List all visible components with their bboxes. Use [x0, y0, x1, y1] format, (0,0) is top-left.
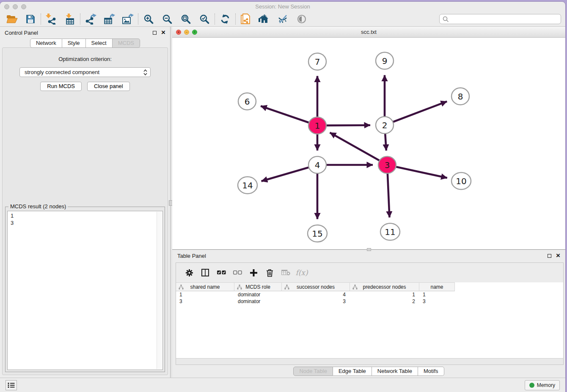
export-network-button[interactable]: [81, 13, 100, 25]
mcds-result-area[interactable]: 1 3: [7, 211, 163, 370]
column-header-successor-nodes[interactable]: successor nodes: [282, 282, 350, 291]
tab-node-table[interactable]: Node Table: [293, 367, 333, 376]
close-window-icon[interactable]: [4, 4, 9, 9]
cell-shared-name[interactable]: 3: [176, 298, 234, 305]
table-row[interactable]: 3 dominator 3 2 3: [176, 298, 563, 305]
run-mcds-button[interactable]: Run MCDS: [40, 82, 82, 91]
mcds-result-title: MCDS result (2 nodes): [8, 203, 68, 210]
graph-node-label-11: 11: [385, 227, 395, 237]
open-file-button[interactable]: [3, 13, 21, 25]
search-input[interactable]: [449, 15, 561, 23]
optimization-criterion-label: Optimization criterion:: [3, 56, 168, 62]
network-minimize-icon[interactable]: −: [184, 30, 189, 35]
network-canvas[interactable]: 1234678910111415: [172, 38, 565, 249]
toolbar-separator: [41, 14, 41, 25]
select-all-button[interactable]: [213, 266, 229, 279]
clone-network-button[interactable]: [237, 13, 255, 25]
tab-mcds[interactable]: MCDS: [113, 39, 140, 48]
cell-predecessor-nodes[interactable]: 2: [350, 298, 419, 305]
float-table-panel-icon[interactable]: [548, 254, 551, 258]
cell-name[interactable]: 3: [419, 298, 455, 305]
tab-style[interactable]: Style: [62, 39, 86, 48]
table-row[interactable]: 1 dominator 4 1 1: [176, 291, 563, 298]
float-panel-icon[interactable]: [153, 31, 157, 35]
add-column-button[interactable]: [245, 266, 261, 279]
close-table-panel-icon[interactable]: ×: [556, 253, 560, 259]
graph-edge-2-8[interactable]: [385, 102, 447, 125]
cell-predecessor-nodes[interactable]: 1: [350, 291, 419, 298]
deselect-all-button[interactable]: [229, 266, 245, 279]
refresh-view-button[interactable]: [216, 13, 234, 25]
split-panel-button[interactable]: [197, 266, 213, 279]
app-window: Session: New Session: [0, 2, 565, 392]
table-horizontal-scrollbar[interactable]: [176, 358, 563, 364]
save-floppy-icon: [26, 14, 35, 24]
delete-table-button[interactable]: [278, 266, 294, 279]
save-session-button[interactable]: [21, 13, 40, 25]
network-window-titlebar[interactable]: × − + scc.txt: [172, 27, 565, 38]
zoom-selected-button[interactable]: [195, 13, 214, 25]
main-toolbar: [0, 12, 565, 27]
control-panel: Control Panel × Network Style Select MCD…: [0, 27, 170, 378]
table-panel-title: Table Panel: [177, 253, 206, 259]
zoom-out-button[interactable]: [158, 13, 176, 25]
cell-successor-nodes[interactable]: 3: [282, 298, 350, 305]
close-panel-button[interactable]: Close panel: [87, 82, 130, 91]
delete-column-button[interactable]: [261, 266, 278, 279]
network-graph[interactable]: 1234678910111415: [172, 38, 565, 249]
import-table-button[interactable]: [61, 13, 79, 25]
graph-node-label-9: 9: [382, 56, 388, 66]
zoom-in-button[interactable]: [139, 13, 158, 25]
function-builder-button[interactable]: f(x): [294, 266, 310, 279]
tab-edge-table[interactable]: Edge Table: [333, 367, 372, 376]
column-header-predecessor-nodes[interactable]: predecessor nodes: [350, 282, 419, 291]
result-scrollbar[interactable]: [157, 212, 162, 369]
minimize-window-icon[interactable]: [13, 4, 18, 9]
main-titlebar: Session: New Session: [0, 2, 565, 12]
network-view-window: × − + scc.txt 1234678910111415: [172, 27, 565, 250]
table-toolbar: f(x): [176, 263, 563, 282]
tab-network[interactable]: Network: [30, 39, 62, 48]
export-image-icon: [122, 14, 134, 25]
home-views-button[interactable]: [255, 13, 274, 25]
control-panel-title: Control Panel: [5, 30, 38, 36]
memory-button[interactable]: Memory: [525, 380, 560, 390]
criterion-select[interactable]: strongly connected component: [19, 67, 151, 77]
zoom-fit-button[interactable]: [176, 13, 195, 25]
column-header-name[interactable]: name: [419, 282, 455, 291]
network-maximize-icon[interactable]: +: [192, 30, 197, 35]
table-panel: Table Panel ×: [172, 250, 565, 378]
hide-details-button[interactable]: [274, 13, 292, 25]
graph-node-label-14: 14: [242, 180, 253, 190]
column-header-shared-name[interactable]: shared name: [176, 282, 234, 291]
memory-status-icon: [529, 383, 534, 388]
birds-eye-view-button[interactable]: [292, 13, 311, 25]
cell-mcds-role[interactable]: dominator: [234, 291, 282, 298]
network-close-icon[interactable]: ×: [176, 30, 181, 35]
cell-mcds-role[interactable]: dominator: [234, 298, 282, 305]
maximize-window-icon[interactable]: [21, 4, 26, 9]
cell-successor-nodes[interactable]: 4: [282, 291, 350, 298]
task-history-button[interactable]: [6, 380, 17, 390]
export-table-button[interactable]: [100, 13, 118, 25]
zoom-selected-icon: [200, 14, 209, 24]
cell-name[interactable]: 1: [419, 291, 455, 298]
network-resize-grip[interactable]: [367, 248, 371, 251]
column-header-mcds-role[interactable]: MCDS role: [234, 282, 282, 291]
table-settings-button[interactable]: [181, 266, 197, 279]
column-type-icon: [179, 284, 184, 290]
tab-network-table[interactable]: Network Table: [372, 367, 418, 376]
import-table-icon: [64, 14, 75, 25]
close-panel-icon[interactable]: ×: [161, 30, 165, 36]
import-network-button[interactable]: [42, 13, 61, 25]
graph-node-label-2: 2: [382, 120, 388, 130]
tab-motifs[interactable]: Motifs: [418, 367, 444, 376]
tab-select[interactable]: Select: [86, 39, 113, 48]
list-icon: [8, 382, 15, 388]
graph-node-label-8: 8: [458, 91, 463, 102]
function-builder-icon: f(x): [295, 268, 308, 277]
search-box[interactable]: [439, 14, 561, 24]
graph-edge-3-1[interactable]: [330, 133, 387, 165]
export-image-button[interactable]: [118, 13, 137, 25]
cell-shared-name[interactable]: 1: [176, 291, 234, 298]
